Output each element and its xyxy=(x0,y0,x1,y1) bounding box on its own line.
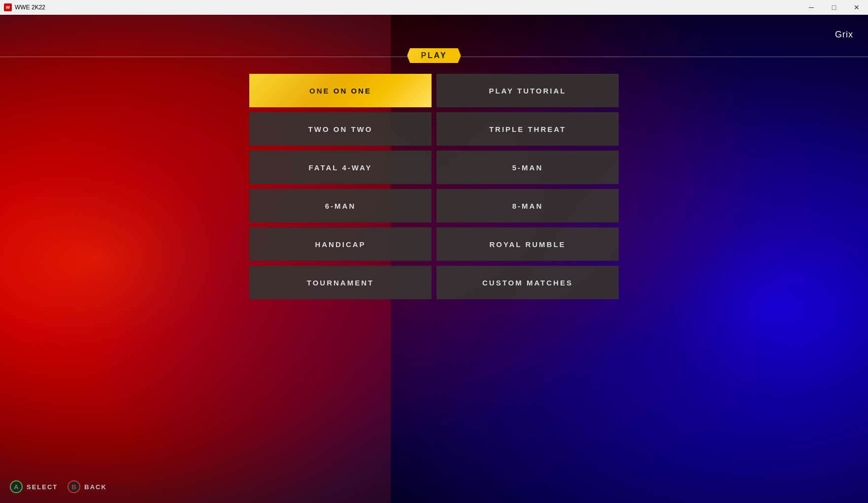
menu-item-royal-rumble[interactable]: ROYAL RUMBLE xyxy=(436,227,619,261)
menu-item-triple-threat[interactable]: TRIPLE THREAT xyxy=(436,112,619,146)
menu-item-5-man[interactable]: 5-MAN xyxy=(436,151,619,184)
maximize-button[interactable]: □ xyxy=(823,0,845,15)
app-title: WWE 2K22 xyxy=(15,4,45,11)
select-label: SELECT xyxy=(27,483,58,491)
window-controls: ─ □ ✕ xyxy=(800,0,868,15)
menu-item-fatal-4-way[interactable]: FATAL 4-WAY xyxy=(249,151,432,184)
menu-item-handicap[interactable]: HANDICAP xyxy=(249,227,432,261)
menu-grid: ONE ON ONE PLAY TUTORIAL TWO ON TWO TRIP… xyxy=(249,74,619,299)
back-label: BACK xyxy=(84,483,107,491)
play-badge: PLAY xyxy=(407,48,461,63)
back-control: B BACK xyxy=(67,480,107,493)
select-control: A SELECT xyxy=(10,480,58,493)
play-label: PLAY xyxy=(421,51,447,60)
title-bar-left: W WWE 2K22 xyxy=(0,3,45,11)
menu-item-two-on-two[interactable]: TWO ON TWO xyxy=(249,112,432,146)
menu-item-custom-matches[interactable]: CUSTOM MATCHES xyxy=(436,266,619,299)
menu-item-play-tutorial[interactable]: PLAY TUTORIAL xyxy=(436,74,619,107)
bottom-controls: A SELECT B BACK xyxy=(10,480,107,493)
menu-item-one-on-one[interactable]: ONE ON ONE xyxy=(249,74,432,107)
minimize-button[interactable]: ─ xyxy=(800,0,823,15)
title-bar: W WWE 2K22 ─ □ ✕ xyxy=(0,0,868,15)
close-button[interactable]: ✕ xyxy=(845,0,868,15)
app-icon: W xyxy=(4,3,12,11)
menu-item-8-man[interactable]: 8-MAN xyxy=(436,189,619,222)
username: Grix xyxy=(835,30,853,40)
menu-item-tournament[interactable]: TOURNAMENT xyxy=(249,266,432,299)
play-header: PLAY xyxy=(407,48,461,63)
b-button-icon: B xyxy=(67,480,80,493)
a-button-icon: A xyxy=(10,480,23,493)
menu-item-6-man[interactable]: 6-MAN xyxy=(249,189,432,222)
